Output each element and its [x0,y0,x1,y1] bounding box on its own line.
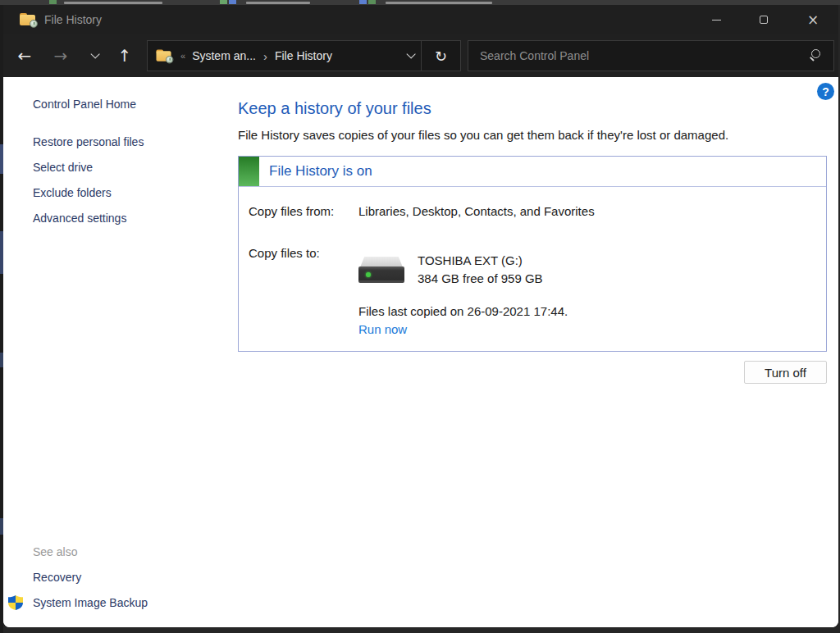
page-title: Keep a history of your files [238,99,431,118]
sidebar-item-restore-personal-files[interactable]: Restore personal files [33,135,144,148]
external-drive-icon [358,257,404,286]
breadcrumb-location-icon [157,49,172,61]
background-favicon [368,0,376,4]
background-favicon [49,0,57,4]
window-title: File History [44,13,102,26]
close-icon: × [807,13,819,27]
sidebar-item-control-panel-home[interactable]: Control Panel Home [33,98,136,111]
file-history-app-icon [20,13,36,26]
background-favicon [359,0,367,4]
copy-files-from-label: Copy files from: [249,204,334,218]
up-button[interactable]: ↑ [110,34,139,77]
breadcrumb-item-system-and-security[interactable]: System an... [192,49,256,62]
help-button[interactable]: ? [817,83,834,100]
back-button[interactable]: ← [10,34,39,77]
search-input[interactable] [468,49,807,62]
breadcrumb-overflow-icon[interactable]: « [180,51,185,61]
copy-files-from-value: Libraries, Desktop, Contacts, and Favori… [358,204,595,218]
sidebar-item-select-drive[interactable]: Select drive [33,161,93,174]
drive-name: TOSHIBA EXT (G:) [418,253,523,267]
breadcrumb-item-file-history[interactable]: File History [275,49,332,62]
forward-button[interactable]: → [46,34,75,77]
chevron-down-icon [90,49,99,58]
background-bookmark-text [386,2,492,4]
title-bar: File History × [3,5,838,34]
background-bookmark-text [246,2,310,4]
drive-free-space: 384 GB free of 959 GB [418,271,543,285]
maximize-icon [760,16,768,24]
drive-led-icon [366,272,371,277]
page-description: File History saves copies of your files … [238,128,728,142]
up-icon: ↑ [118,46,132,66]
maximize-button[interactable] [745,5,783,34]
search-icon[interactable] [807,47,825,65]
sidebar-item-exclude-folders[interactable]: Exclude folders [33,186,112,199]
copy-files-to-label: Copy files to: [249,246,320,260]
sidebar-item-advanced-settings[interactable]: Advanced settings [33,212,126,225]
sidebar-see-also-label: See also [33,545,77,558]
refresh-icon: ↻ [435,48,447,65]
status-title: File History is on [269,163,372,180]
last-copied-text: Files last copied on 26-09-2021 17:44. [358,304,568,318]
file-history-window: File History × ← → ↑ « System an... › Fi… [3,5,838,627]
minimize-button[interactable] [697,5,735,34]
sidebar-item-recovery[interactable]: Recovery [33,571,81,584]
address-dropdown-icon[interactable] [406,49,415,58]
status-on-indicator [239,157,259,186]
content-area: Control Panel Home Restore personal file… [3,77,838,627]
forward-icon: → [54,46,68,66]
status-header: File History is on [239,157,826,187]
navigation-bar: ← → ↑ « System an... › File History ↻ [3,34,838,77]
background-favicon [220,0,227,4]
back-icon: ← [18,46,32,66]
uac-shield-icon [8,595,23,610]
turn-off-button[interactable]: Turn off [744,361,827,384]
run-now-link[interactable]: Run now [358,322,407,336]
search-box [468,40,834,71]
file-history-status-panel: File History is on Copy files from: Libr… [238,156,827,352]
recent-locations-button[interactable] [79,34,108,77]
refresh-button[interactable]: ↻ [422,40,461,71]
help-icon: ? [822,85,829,98]
close-button[interactable]: × [794,5,832,34]
background-bookmark-text [64,2,162,4]
sidebar-item-system-image-backup[interactable]: System Image Backup [33,596,148,609]
background-favicon [229,0,236,4]
address-bar[interactable]: « System an... › File History [147,40,422,71]
breadcrumb-separator-icon: › [263,49,267,63]
minimize-icon [712,20,721,20]
